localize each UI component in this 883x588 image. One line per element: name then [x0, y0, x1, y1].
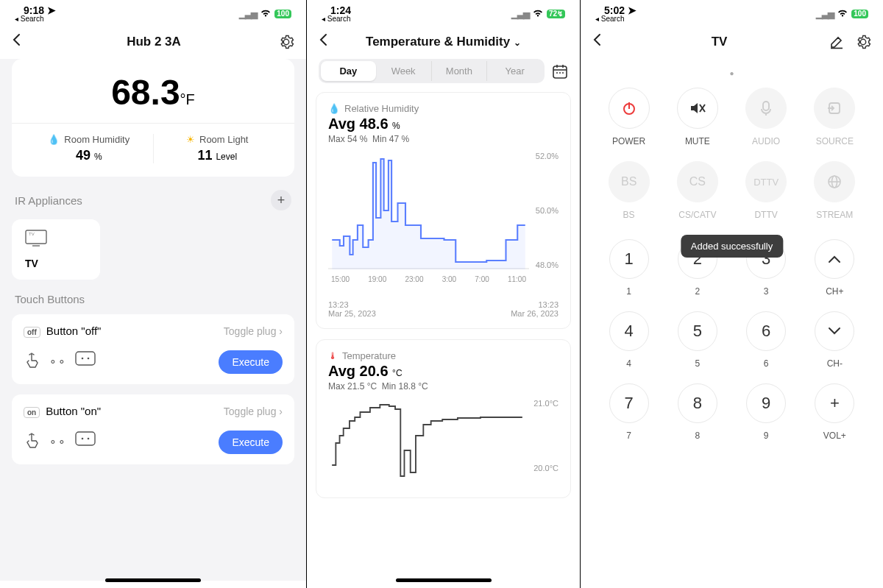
touch-button-on-card: onButton "on" Toggle plug › ⚬⚬ Execute: [12, 394, 294, 464]
bs-button: BS: [609, 161, 650, 202]
back-button[interactable]: [12, 33, 29, 50]
key-3-label: 3: [736, 286, 797, 297]
ir-section-label: IR Appliances: [15, 194, 82, 207]
page-title: TV: [610, 35, 829, 49]
nav-bar: Temperature & Humidity ⌄: [307, 23, 580, 59]
stream-label: STREAM: [804, 210, 865, 220]
seg-month[interactable]: Month: [432, 61, 488, 81]
key-9[interactable]: 9: [746, 383, 786, 423]
execute-on-button[interactable]: Execute: [219, 431, 283, 454]
key-6[interactable]: 6: [746, 311, 786, 351]
source-button: [814, 88, 855, 129]
nav-bar: TV: [581, 23, 883, 59]
signal-icon: ▁▃▅: [816, 9, 834, 19]
svg-rect-6: [76, 432, 95, 445]
back-search[interactable]: ◂ Search: [322, 15, 350, 23]
x-tick: 19:00: [368, 275, 386, 283]
nav-bar: Hub 2 3A: [0, 23, 306, 59]
svg-rect-22: [763, 102, 769, 110]
humidity-chart[interactable]: 52.0% 50.0% 48.0% 15:00 19:00 23:00 3:00…: [328, 152, 558, 291]
stream-button: [814, 161, 855, 202]
link-icon: ⚬⚬: [49, 356, 66, 368]
humidity-tile: 💧Room Humidity 49 %: [25, 134, 154, 163]
mute-button[interactable]: [677, 88, 718, 129]
cs-button: CS: [677, 161, 718, 202]
x-tick: 15:00: [331, 275, 350, 283]
power-button[interactable]: [609, 88, 650, 129]
time-range-segment[interactable]: Day Week Month Year: [319, 59, 545, 83]
status-bar: 1:24 ◂ Search ▁▃▅ 72↯: [307, 0, 580, 23]
chart-to: 13:23Mar 26, 2023: [511, 300, 558, 318]
wifi-icon: [837, 8, 848, 20]
key-8[interactable]: 8: [678, 383, 717, 423]
page-title: Hub 2 3A: [29, 35, 278, 49]
back-search[interactable]: ◂ Search: [595, 15, 624, 23]
key-5-label: 5: [667, 358, 728, 369]
touch-section-label: Touch Buttons: [15, 293, 85, 305]
seg-week[interactable]: Week: [376, 61, 432, 81]
dttv-button: DTTV: [745, 161, 787, 202]
home-indicator[interactable]: [396, 578, 492, 582]
key-1[interactable]: 1: [609, 239, 649, 279]
svg-point-13: [556, 72, 558, 74]
svg-point-4: [82, 357, 84, 359]
status-bar: 9:18➤ ◂ Search ▁▃▅ 100: [0, 0, 306, 23]
x-tick: 3:00: [442, 275, 456, 283]
add-appliance-button[interactable]: +: [271, 190, 291, 210]
plug-icon: [75, 351, 96, 374]
back-button[interactable]: [319, 33, 336, 50]
key-5[interactable]: 5: [678, 311, 717, 351]
vol-up-button[interactable]: +: [815, 383, 854, 423]
remote-row-2: BSBS CSCS/CATV DTTVDTTV STREAM: [598, 161, 865, 220]
dttv-label: DTTV: [736, 210, 797, 220]
seg-year[interactable]: Year: [487, 61, 542, 81]
execute-off-button[interactable]: Execute: [219, 350, 283, 374]
sensor-card: 68.3°F 💧Room Humidity 49 % ☀Room Light 1…: [12, 59, 294, 177]
key-4[interactable]: 4: [609, 311, 649, 351]
signal-icon: ▁▃▅: [511, 9, 529, 19]
location-icon: ➤: [47, 4, 56, 16]
key-9-label: 9: [736, 431, 797, 441]
battery-icon: 100: [274, 10, 291, 18]
home-indicator[interactable]: [105, 578, 201, 582]
x-tick: 7:00: [475, 275, 489, 283]
settings-button[interactable]: [855, 34, 871, 50]
calendar-button[interactable]: [552, 63, 568, 79]
back-search[interactable]: ◂ Search: [15, 15, 43, 23]
key-1-label: 1: [598, 286, 659, 297]
chart-from: 13:23Mar 25, 2023: [328, 300, 376, 318]
ch-up-label: CH+: [804, 286, 865, 297]
svg-point-5: [88, 357, 90, 359]
edit-button[interactable]: [829, 34, 845, 50]
tv-tile[interactable]: TV TV: [12, 219, 100, 280]
seg-day[interactable]: Day: [321, 61, 376, 81]
ch-down-button[interactable]: [815, 311, 854, 351]
ch-up-button[interactable]: [815, 239, 854, 279]
back-button[interactable]: [592, 33, 610, 50]
remote-row-1: POWER MUTE AUDIO SOURCE: [598, 88, 865, 146]
vol-up-label: VOL+: [804, 431, 865, 441]
temperature-chart-card: 🌡Temperature Avg 20.6 °C Max 21.5 °C Min…: [316, 339, 571, 498]
y-tick: 21.0°C: [533, 399, 558, 408]
link-icon: ⚬⚬: [49, 436, 66, 448]
svg-point-14: [559, 72, 561, 74]
droplet-icon: 💧: [328, 103, 340, 114]
power-label: POWER: [598, 136, 659, 146]
settings-button[interactable]: [278, 34, 294, 50]
toggle-plug-link[interactable]: Toggle plug ›: [224, 325, 283, 337]
ch-down-label: CH-: [804, 358, 865, 369]
temperature-chart[interactable]: 21.0°C 20.0°C: [328, 399, 558, 487]
numpad-row-3: 77 88 99 +VOL+: [598, 383, 865, 441]
x-tick: 23:00: [405, 275, 423, 283]
toggle-plug-link-2[interactable]: Toggle plug ›: [224, 405, 283, 417]
droplet-icon: 💧: [48, 134, 60, 145]
cs-label: CS/CATV: [667, 210, 728, 220]
location-icon: ➤: [628, 4, 636, 16]
key-7[interactable]: 7: [609, 383, 649, 423]
toast-message: Added successfully: [681, 235, 783, 258]
x-tick: 11:00: [508, 275, 526, 283]
key-2-label: 2: [667, 286, 728, 297]
page-title[interactable]: Temperature & Humidity ⌄: [336, 35, 550, 49]
svg-point-15: [562, 72, 564, 74]
svg-text:TV: TV: [29, 232, 35, 236]
